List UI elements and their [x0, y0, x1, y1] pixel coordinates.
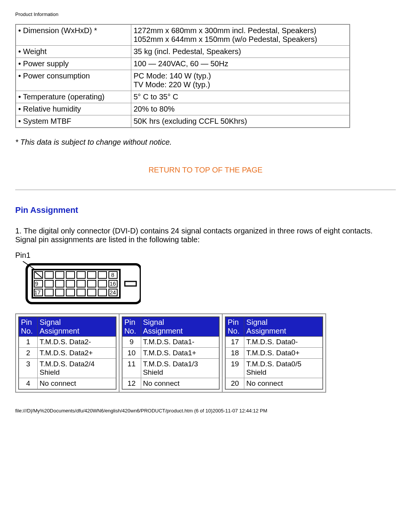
table-row: 18T.M.D.S. Data0+ [226, 348, 323, 359]
pin-assignment-table: PinNo.SignalAssignment1T.M.D.S. Data2-2T… [15, 313, 326, 393]
pin-signal: No connect [38, 378, 116, 389]
pin-assignment-intro: 1. The digital only connector (DVI-D) co… [15, 227, 396, 244]
spec-label: • Power consumption [16, 70, 131, 91]
svg-rect-5 [56, 272, 64, 278]
pin-signal: T.M.D.S. Data1/3 Shield [141, 359, 219, 378]
pin-number: 20 [226, 378, 244, 389]
table-row: • Relative humidity20% to 80% [16, 103, 350, 115]
table-row: 11T.M.D.S. Data1/3 Shield [122, 359, 219, 378]
svg-rect-14 [66, 280, 75, 287]
signal-assignment-header: SignalAssignment [244, 317, 323, 337]
pin-number: 2 [19, 348, 38, 359]
connector-diagram: Pin1 8 9 16 17 24 [15, 251, 396, 305]
svg-rect-7 [77, 272, 85, 278]
pin-number: 19 [226, 359, 244, 378]
pin-signal: T.M.D.S. Data0/5 Shield [244, 359, 323, 378]
signal-assignment-header: SignalAssignment [38, 317, 116, 337]
specs-table: • Dimension (WxHxD) *1272mm x 680mm x 30… [15, 24, 350, 128]
pin-number: 4 [19, 378, 38, 389]
table-row: 17T.M.D.S. Data0- [226, 337, 323, 348]
section-title: Pin Assignment [15, 205, 396, 215]
table-row: • Dimension (WxHxD) *1272mm x 680mm x 30… [16, 24, 350, 46]
pin-signal: No connect [141, 378, 219, 389]
table-row: 9T.M.D.S. Data1- [122, 337, 219, 348]
pin-number: 18 [226, 348, 244, 359]
pin-signal: T.M.D.S. Data0- [244, 337, 323, 348]
pin-number: 12 [122, 378, 141, 389]
pin-column: PinNo.SignalAssignment17T.M.D.S. Data0-1… [223, 314, 325, 392]
table-row: • System MTBF50K hrs (excluding CCFL 50K… [16, 115, 350, 128]
spec-value: 1272mm x 680mm x 300mm incl. Pedestal, S… [131, 24, 350, 46]
pin-number: 10 [122, 348, 141, 359]
table-row: 12No connect [122, 378, 219, 389]
pin1-label: Pin1 [15, 251, 396, 260]
svg-rect-16 [88, 280, 96, 287]
pin-column: PinNo.SignalAssignment1T.M.D.S. Data2-2T… [16, 314, 119, 392]
svg-rect-25 [98, 289, 107, 296]
pin-number: 1 [19, 337, 38, 348]
svg-rect-8 [88, 272, 96, 278]
svg-rect-13 [56, 280, 64, 287]
pin-number: 17 [226, 337, 244, 348]
table-row: • Power supply100 — 240VAC, 60 — 50Hz [16, 58, 350, 70]
svg-text:16: 16 [110, 280, 116, 287]
svg-rect-23 [77, 289, 85, 296]
spec-label: • Dimension (WxHxD) * [16, 24, 131, 46]
svg-text:9: 9 [35, 280, 38, 287]
table-row: 19T.M.D.S. Data0/5 Shield [226, 359, 323, 378]
svg-rect-12 [45, 280, 53, 287]
spec-value: 20% to 80% [131, 103, 350, 115]
svg-rect-15 [77, 280, 85, 287]
page-header: Product Information [15, 11, 396, 17]
pin-signal: T.M.D.S. Data2+ [38, 348, 116, 359]
table-row: 20No connect [226, 378, 323, 389]
pin-signal: T.M.D.S. Data1- [141, 337, 219, 348]
pin-number: 9 [122, 337, 141, 348]
svg-rect-4 [45, 272, 53, 278]
pin-no-header: PinNo. [226, 317, 244, 337]
page-footer: file:///D|/My%20Documents/dfu/420WN6/eng… [15, 408, 396, 414]
spec-value: 5° C to 35° C [131, 91, 350, 103]
table-row: 10T.M.D.S. Data1+ [122, 348, 219, 359]
table-row: 1T.M.D.S. Data2- [19, 337, 116, 348]
spec-label: • Weight [16, 46, 131, 58]
spec-label: • Power supply [16, 58, 131, 70]
spec-label: • Temperature (operating) [16, 91, 131, 103]
spec-label: • Relative humidity [16, 103, 131, 115]
spec-value: 50K hrs (excluding CCFL 50Khrs) [131, 115, 350, 128]
svg-rect-22 [66, 289, 75, 296]
table-row: 4No connect [19, 378, 116, 389]
pin-signal: No connect [244, 378, 323, 389]
table-row: • Weight35 kg (incl. Pedestal, Speakers) [16, 46, 350, 58]
return-to-top-link[interactable]: RETURN TO TOP OF THE PAGE [15, 166, 396, 174]
change-notice: * This data is subject to change without… [15, 138, 396, 147]
svg-rect-20 [45, 289, 53, 296]
svg-rect-6 [66, 272, 75, 278]
spec-value: PC Mode: 140 W (typ.) TV Mode: 220 W (ty… [131, 70, 350, 91]
svg-rect-33 [125, 281, 136, 286]
spec-value: 35 kg (incl. Pedestal, Speakers) [131, 46, 350, 58]
pin-number: 3 [19, 359, 38, 378]
table-row: • Power consumptionPC Mode: 140 W (typ.)… [16, 70, 350, 91]
pin-column: PinNo.SignalAssignment9T.M.D.S. Data1-10… [119, 314, 223, 392]
svg-text:8: 8 [111, 272, 114, 278]
pin-signal: T.M.D.S. Data2/4 Shield [38, 359, 116, 378]
table-row: 3T.M.D.S. Data2/4 Shield [19, 359, 116, 378]
table-row: • Temperature (operating)5° C to 35° C [16, 91, 350, 103]
pin-signal: T.M.D.S. Data1+ [141, 348, 219, 359]
pin-no-header: PinNo. [19, 317, 38, 337]
pin-no-header: PinNo. [122, 317, 141, 337]
spec-label: • System MTBF [16, 115, 131, 128]
pin-signal: T.M.D.S. Data0+ [244, 348, 323, 359]
divider [15, 190, 396, 190]
svg-text:17: 17 [34, 289, 41, 296]
dvi-connector-icon: 8 9 16 17 24 [15, 261, 141, 305]
svg-rect-24 [88, 289, 96, 296]
signal-assignment-header: SignalAssignment [141, 317, 219, 337]
svg-rect-21 [56, 289, 64, 296]
table-row: 2T.M.D.S. Data2+ [19, 348, 116, 359]
svg-rect-17 [98, 280, 107, 287]
pin-number: 11 [122, 359, 141, 378]
pin-signal: T.M.D.S. Data2- [38, 337, 116, 348]
svg-text:24: 24 [110, 289, 116, 296]
